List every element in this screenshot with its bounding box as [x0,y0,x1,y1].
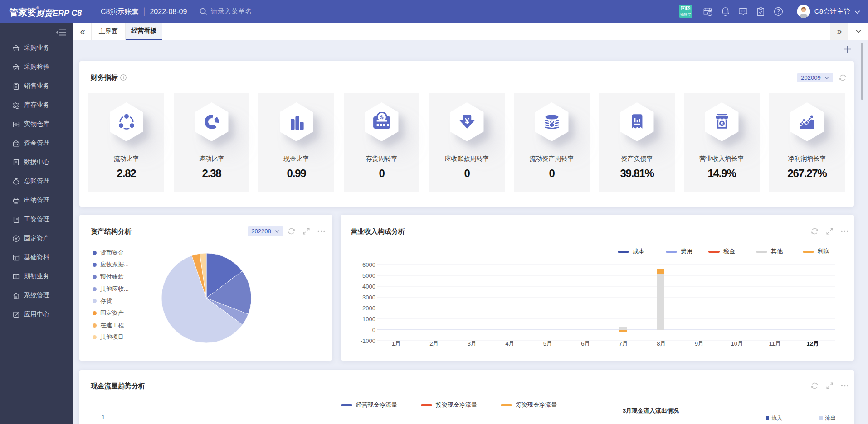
svg-text:10月: 10月 [731,340,743,347]
svg-text:2月: 2月 [429,340,439,347]
svg-text:¥: ¥ [549,119,554,129]
svg-text:¥: ¥ [464,116,469,125]
svg-text:5000: 5000 [362,272,375,279]
svg-text:4月: 4月 [505,340,514,347]
svg-text:11月: 11月 [769,340,781,347]
svg-text:9月: 9月 [695,340,704,347]
svg-text:4000: 4000 [362,283,375,290]
svg-text:3000: 3000 [362,294,375,301]
svg-text:2000: 2000 [362,305,375,312]
svg-text:1000: 1000 [362,316,375,323]
svg-text:6月: 6月 [581,340,590,347]
svg-text:7月: 7月 [619,340,628,347]
svg-text:1月: 1月 [392,340,401,347]
svg-text:$: $ [720,120,723,126]
svg-text:12月: 12月 [807,340,819,347]
svg-text:8月: 8月 [657,340,666,347]
svg-text:6000: 6000 [362,261,375,268]
svg-text:5月: 5月 [543,340,552,347]
svg-text:3月: 3月 [468,340,477,347]
svg-text:0: 0 [372,327,375,333]
svg-text:-1000: -1000 [361,337,375,344]
